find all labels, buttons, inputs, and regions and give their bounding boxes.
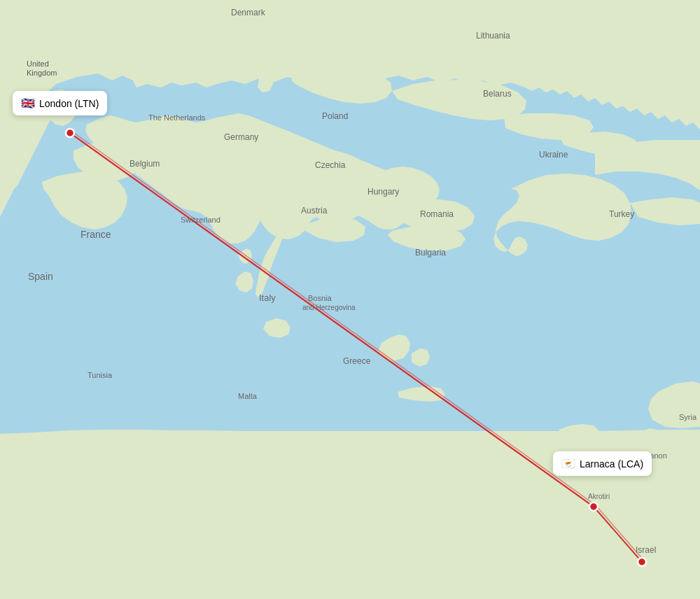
svg-text:Spain: Spain bbox=[28, 271, 53, 282]
svg-text:Hungary: Hungary bbox=[368, 187, 399, 197]
svg-text:Poland: Poland bbox=[322, 111, 348, 121]
svg-text:Syria: Syria bbox=[679, 413, 697, 421]
svg-point-36 bbox=[589, 502, 598, 511]
svg-text:Denmark: Denmark bbox=[231, 8, 266, 17]
svg-text:Germany: Germany bbox=[224, 132, 258, 142]
svg-text:Turkey: Turkey bbox=[609, 209, 634, 219]
svg-text:and Herzegovina: and Herzegovina bbox=[302, 304, 356, 311]
svg-text:Israel: Israel bbox=[636, 545, 656, 555]
svg-text:Belarus: Belarus bbox=[483, 89, 512, 99]
svg-text:Lithuania: Lithuania bbox=[476, 31, 510, 41]
svg-text:Bulgaria: Bulgaria bbox=[415, 248, 446, 258]
svg-text:United: United bbox=[27, 59, 49, 68]
svg-text:Belgium: Belgium bbox=[130, 159, 160, 169]
svg-point-35 bbox=[66, 129, 74, 137]
svg-text:Kingdom: Kingdom bbox=[27, 69, 57, 77]
svg-text:Tunisia: Tunisia bbox=[88, 371, 113, 379]
svg-text:The Netherlands: The Netherlands bbox=[148, 113, 206, 122]
svg-text:Austria: Austria bbox=[301, 206, 328, 216]
svg-text:Malta: Malta bbox=[238, 392, 258, 400]
svg-text:France: France bbox=[80, 229, 111, 240]
svg-text:Akrotiri: Akrotiri bbox=[588, 493, 610, 500]
svg-text:Czechia: Czechia bbox=[315, 160, 346, 170]
svg-text:Ukraine: Ukraine bbox=[539, 150, 568, 160]
svg-text:Italy: Italy bbox=[259, 293, 276, 303]
svg-text:Romania: Romania bbox=[420, 209, 454, 219]
map-container: United Kingdom Denmark Lithuania Belarus… bbox=[0, 0, 700, 599]
svg-text:Greece: Greece bbox=[343, 356, 371, 366]
svg-text:Lebanon: Lebanon bbox=[637, 451, 667, 460]
svg-point-37 bbox=[638, 558, 646, 566]
map-svg: United Kingdom Denmark Lithuania Belarus… bbox=[0, 0, 700, 599]
svg-text:Switzerland: Switzerland bbox=[181, 216, 220, 224]
svg-text:Bosnia: Bosnia bbox=[308, 294, 332, 302]
